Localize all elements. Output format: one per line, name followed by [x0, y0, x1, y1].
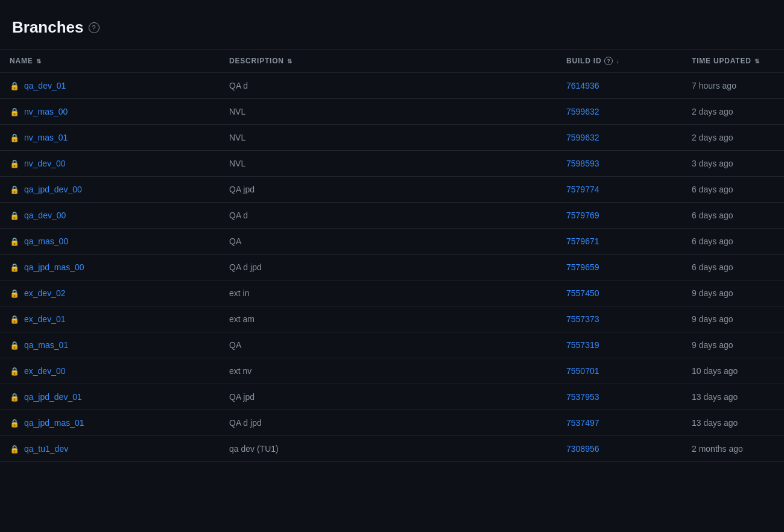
- table-header: NAME ⇅ DESCRIPTION ⇅ BUILD ID ?: [0, 49, 784, 73]
- description-cell: ext in: [220, 280, 557, 306]
- time-updated-cell: 2 days ago: [682, 125, 784, 151]
- col-header-description[interactable]: DESCRIPTION ⇅: [220, 49, 557, 73]
- table-row: 🔒 qa_jpd_dev_00 QA jpd75797746 days ago: [0, 177, 784, 203]
- description-text: QA jpd: [229, 185, 254, 194]
- table-row: 🔒 nv_mas_01 NVL75996322 days ago: [0, 125, 784, 151]
- table-row: 🔒 ex_dev_02 ext in75574509 days ago: [0, 280, 784, 306]
- col-header-build-id[interactable]: BUILD ID ? ↓: [557, 49, 682, 73]
- description-cell: NVL: [220, 151, 557, 177]
- time-updated-cell: 6 days ago: [682, 229, 784, 255]
- description-text: ext am: [229, 314, 254, 324]
- time-updated-cell: 9 days ago: [682, 306, 784, 332]
- time-updated-cell: 6 days ago: [682, 255, 784, 280]
- branch-link[interactable]: ex_dev_01: [24, 314, 66, 324]
- time-updated-text: 3 days ago: [692, 159, 733, 168]
- description-text: QA d: [229, 211, 248, 220]
- description-text: QA: [229, 340, 241, 350]
- build-id-link[interactable]: 7599632: [566, 107, 599, 116]
- table-row: 🔒 ex_dev_01 ext am75573739 days ago: [0, 306, 784, 332]
- table-row: 🔒 qa_mas_01 QA75573199 days ago: [0, 332, 784, 358]
- page-help-icon[interactable]: ?: [89, 22, 100, 33]
- description-cell: QA d: [220, 203, 557, 229]
- build-id-link[interactable]: 7308956: [566, 444, 599, 454]
- build-id-cell: 7599632: [557, 99, 682, 125]
- build-id-link[interactable]: 7599632: [566, 133, 599, 142]
- col-header-name[interactable]: NAME ⇅: [0, 49, 220, 73]
- build-id-cell: 7614936: [557, 73, 682, 99]
- build-id-info-icon[interactable]: ?: [604, 57, 613, 65]
- description-text: NVL: [229, 107, 245, 116]
- build-id-cell: 7579774: [557, 177, 682, 203]
- build-id-link[interactable]: 7550701: [566, 366, 599, 376]
- time-updated-text: 6 days ago: [692, 262, 733, 272]
- time-updated-text: 6 days ago: [692, 236, 733, 246]
- branch-link[interactable]: nv_mas_01: [24, 133, 68, 142]
- time-updated-cell: 10 days ago: [682, 358, 784, 384]
- build-id-link[interactable]: 7579671: [566, 236, 599, 246]
- time-updated-cell: 3 days ago: [682, 151, 784, 177]
- branch-link[interactable]: qa_jpd_mas_00: [24, 262, 84, 272]
- lock-icon: 🔒: [10, 315, 19, 324]
- build-id-link[interactable]: 7537497: [566, 418, 599, 428]
- build-id-link[interactable]: 7614936: [566, 81, 599, 90]
- page-title: Branches: [12, 18, 84, 37]
- description-cell: QA d: [220, 73, 557, 99]
- build-id-link[interactable]: 7537953: [566, 392, 599, 402]
- branch-link[interactable]: qa_mas_01: [24, 340, 68, 350]
- lock-icon: 🔒: [10, 419, 19, 428]
- lock-icon: 🔒: [10, 393, 19, 402]
- table-body: 🔒 qa_dev_01 QA d76149367 hours ago 🔒 nv_…: [0, 73, 784, 462]
- build-id-link[interactable]: 7579774: [566, 185, 599, 194]
- build-id-link[interactable]: 7557319: [566, 340, 599, 350]
- description-text: QA: [229, 236, 241, 246]
- build-id-link[interactable]: 7579659: [566, 262, 599, 272]
- description-cell: QA: [220, 229, 557, 255]
- build-id-cell: 7308956: [557, 436, 682, 462]
- description-text: QA d: [229, 81, 248, 90]
- branch-link[interactable]: qa_jpd_dev_01: [24, 392, 82, 402]
- time-updated-text: 6 days ago: [692, 185, 733, 194]
- sort-icon-build-id: ↓: [616, 58, 619, 65]
- time-updated-cell: 6 days ago: [682, 177, 784, 203]
- description-cell: QA d jpd: [220, 410, 557, 436]
- lock-icon: 🔒: [10, 237, 19, 246]
- branch-link[interactable]: qa_dev_00: [24, 211, 66, 220]
- branch-link[interactable]: ex_dev_00: [24, 366, 66, 376]
- build-id-link[interactable]: 7598593: [566, 159, 599, 168]
- lock-icon: 🔒: [10, 289, 19, 298]
- time-updated-text: 2 days ago: [692, 107, 733, 116]
- description-cell: QA jpd: [220, 384, 557, 410]
- time-updated-text: 13 days ago: [692, 418, 738, 428]
- build-id-cell: 7579671: [557, 229, 682, 255]
- branch-link[interactable]: nv_mas_00: [24, 107, 68, 116]
- build-id-cell: 7599632: [557, 125, 682, 151]
- branches-table: NAME ⇅ DESCRIPTION ⇅ BUILD ID ?: [0, 49, 784, 462]
- branch-link[interactable]: nv_dev_00: [24, 159, 66, 168]
- build-id-cell: 7598593: [557, 151, 682, 177]
- branch-link[interactable]: qa_jpd_dev_00: [24, 185, 82, 194]
- description-cell: ext nv: [220, 358, 557, 384]
- description-text: NVL: [229, 133, 245, 142]
- description-cell: NVL: [220, 125, 557, 151]
- col-header-time-updated[interactable]: TIME UPDATED ⇅: [682, 49, 784, 73]
- description-cell: ext am: [220, 306, 557, 332]
- build-id-link[interactable]: 7557450: [566, 288, 599, 298]
- branch-link[interactable]: qa_dev_01: [24, 81, 66, 90]
- build-id-link[interactable]: 7557373: [566, 314, 599, 324]
- time-updated-cell: 13 days ago: [682, 384, 784, 410]
- branch-link[interactable]: ex_dev_02: [24, 288, 66, 298]
- time-updated-text: 9 days ago: [692, 314, 733, 324]
- lock-icon: 🔒: [10, 107, 19, 116]
- lock-icon: 🔒: [10, 185, 19, 194]
- description-text: ext nv: [229, 366, 251, 376]
- branch-link[interactable]: qa_tu1_dev: [24, 444, 68, 454]
- build-id-link[interactable]: 7579769: [566, 211, 599, 220]
- time-updated-cell: 7 hours ago: [682, 73, 784, 99]
- lock-icon: 🔒: [10, 367, 19, 376]
- branch-link[interactable]: qa_jpd_mas_01: [24, 418, 84, 428]
- description-cell: QA: [220, 332, 557, 358]
- branch-link[interactable]: qa_mas_00: [24, 236, 68, 246]
- table-row: 🔒 qa_mas_00 QA75796716 days ago: [0, 229, 784, 255]
- table-row: 🔒 nv_dev_00 NVL75985933 days ago: [0, 151, 784, 177]
- description-cell: QA jpd: [220, 177, 557, 203]
